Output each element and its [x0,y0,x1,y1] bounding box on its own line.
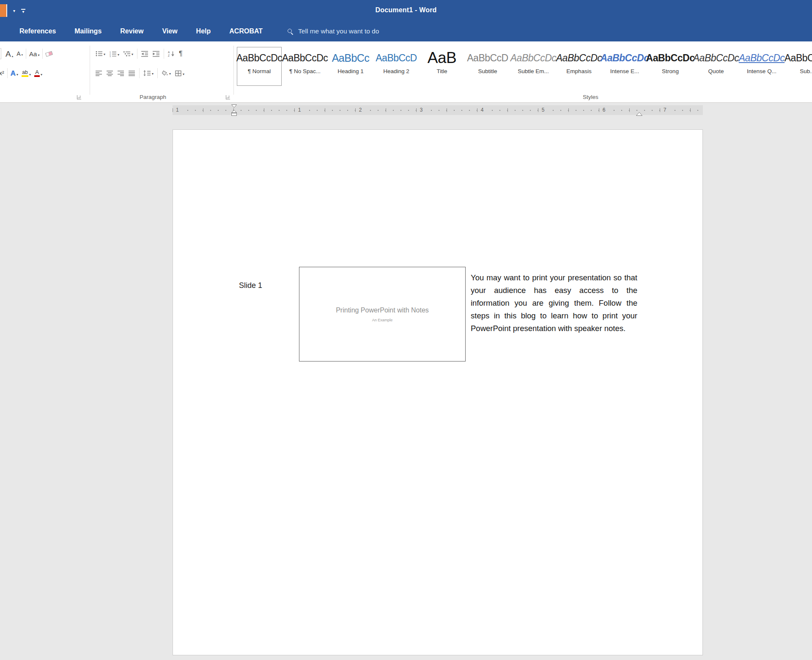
shrink-font-button[interactable]: A▾ [15,49,25,58]
borders-button[interactable]: ▾ [173,69,186,78]
chevron-down-icon: ▾ [152,72,154,76]
window-title: Document1 - Word [0,6,812,14]
multilevel-list-icon [123,51,131,57]
svg-text:Z: Z [168,54,170,57]
tab-mailings[interactable]: Mailings [74,27,102,35]
paragraph-group: ▾ 123 ▾ ▾ AZ ¶ [93,41,233,102]
ruler-band: 1 1 2 3 4 5 6 7 [0,103,812,118]
style-card-subtitle[interactable]: AaBbCcD Subtitle [465,47,510,86]
title-bar: ▾ ▾ Document1 - Word [0,0,812,21]
ruler-number: 3 [418,107,425,113]
chevron-down-icon: ▾ [38,53,39,58]
grow-font-button[interactable]: A▴ [4,49,15,59]
separator [139,68,140,78]
justify-icon [129,71,135,76]
eraser-icon [45,51,53,57]
separator [26,49,26,59]
font-dialog-launcher[interactable] [77,95,81,99]
cropped-control [0,48,1,59]
text-highlight-button[interactable]: ab ▾ [20,68,33,78]
document-page[interactable]: Slide 1 Printing PowerPoint with Notes A… [173,129,703,655]
style-card-intense-emphasis[interactable]: AaBbCcDc Intense E... [602,47,647,86]
ruler-number: 4 [479,107,486,113]
separator [137,49,137,59]
style-card-normal[interactable]: AaBbCcDc ¶ Normal [237,47,282,86]
slide-thumbnail[interactable]: Printing PowerPoint with Notes An Exampl… [299,267,466,361]
style-card-emphasis[interactable]: AaBbCcDc Emphasis [557,47,601,86]
bullet-list-button[interactable]: ▾ [94,49,107,58]
ruler-margin-number: 1 [174,107,181,113]
align-center-button[interactable] [105,69,115,77]
separator [164,49,164,59]
style-card-strong[interactable]: AaBbCcDc Strong [648,47,693,86]
superscript-button[interactable]: x² [0,68,6,78]
style-card-intense-quote[interactable]: AaBbCcDc Intense Q... [739,47,784,86]
show-paragraph-marks-button[interactable]: ¶ [177,49,184,59]
justify-button[interactable] [127,69,137,77]
style-card-title[interactable]: AaB Title [420,47,464,86]
svg-text:A: A [168,51,170,54]
search-icon [287,28,294,35]
up-triangle-icon: ▴ [12,55,14,58]
decrease-indent-button[interactable] [140,49,150,58]
increase-indent-icon [153,51,160,57]
slide-number-label[interactable]: Slide 1 [239,281,262,290]
highlight-icon: ab [22,70,28,77]
sort-button[interactable]: AZ [166,49,176,58]
horizontal-ruler[interactable]: 1 1 2 3 4 5 6 7 [173,105,703,115]
chevron-down-icon: ▾ [41,73,42,77]
slide-thumbnail-title: Printing PowerPoint with Notes [336,307,429,314]
group-divider [233,46,234,95]
search-placeholder: Tell me what you want to do [298,27,379,35]
left-indent-marker[interactable] [231,104,238,119]
tab-acrobat[interactable]: ACROBAT [229,27,263,35]
increase-indent-button[interactable] [151,49,162,58]
line-spacing-button[interactable]: ▾ [142,69,155,77]
paragraph-dialog-launcher[interactable] [226,95,230,99]
align-right-button[interactable] [116,69,126,77]
shading-icon [162,70,168,76]
bullet-list-icon [96,51,103,57]
separator [42,49,43,59]
chevron-down-icon: ▾ [183,72,184,77]
ruler-number: 7 [662,107,668,113]
tab-references[interactable]: References [19,27,56,35]
style-card-subtle-reference[interactable]: AaBbCcDc Sub... [785,47,812,86]
pilcrow-icon: ¶ [179,50,183,58]
paragraph-group-label: Paragraph [140,94,166,100]
style-card-heading1[interactable]: AaBbCc Heading 1 [328,47,373,86]
tell-me-search[interactable]: Tell me what you want to do [287,27,379,35]
clear-formatting-button[interactable] [44,51,54,57]
align-right-icon [118,71,124,76]
right-indent-marker[interactable] [636,110,643,118]
change-case-button[interactable]: Aa▾ [27,49,41,59]
svg-text:3: 3 [110,55,111,57]
line-spacing-icon [143,70,151,76]
tab-help[interactable]: Help [196,27,211,35]
numbered-list-icon: 123 [110,51,117,57]
sort-az-icon: AZ [168,51,175,57]
multilevel-list-button[interactable]: ▾ [122,49,135,58]
borders-icon [175,70,182,77]
chevron-down-icon: ▾ [169,72,171,76]
style-card-quote[interactable]: AaBbCcDc Quote [694,47,738,86]
style-card-subtle-emphasis[interactable]: AaBbCcDc Subtle Em... [511,47,556,86]
text-effects-button[interactable]: A▾ [9,68,20,78]
style-card-no-spacing[interactable]: AaBbCcDc ¶ No Spac... [283,47,327,86]
styles-group-label: Styles [583,94,598,100]
tab-view[interactable]: View [162,27,177,35]
align-left-button[interactable] [94,69,104,77]
tab-review[interactable]: Review [120,27,143,35]
font-color-button[interactable]: A ▾ [33,68,44,78]
shading-button[interactable]: ▾ [160,69,173,77]
separator [7,68,8,78]
ruler-number: 5 [540,107,546,113]
chevron-down-icon: ▾ [16,73,18,77]
speaker-notes-text[interactable]: You may want to print your presentation … [471,271,637,335]
align-center-icon [107,71,113,76]
numbered-list-button[interactable]: 123 ▾ [108,49,121,58]
font-color-icon: A [34,69,40,77]
chevron-down-icon: ▾ [118,53,119,57]
chevron-down-icon: ▾ [104,52,105,57]
style-card-heading2[interactable]: AaBbCcD Heading 2 [374,47,419,86]
